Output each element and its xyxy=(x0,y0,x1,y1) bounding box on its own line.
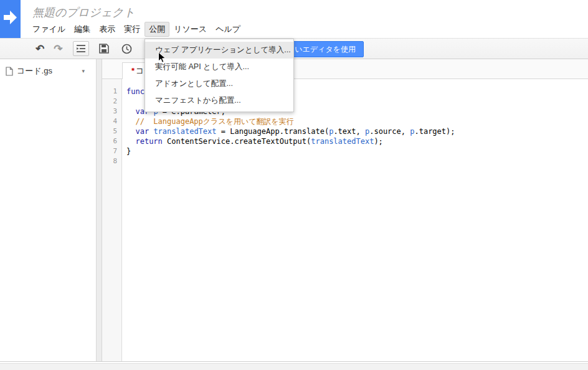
save-button[interactable] xyxy=(99,44,109,54)
toolbar: ↶ ↷ 新しいエディタを使用 xyxy=(0,38,588,59)
code-line: // LanguageAppクラスを用いて翻訳を実行 xyxy=(126,116,588,126)
code-line: } xyxy=(126,146,588,156)
project-title[interactable]: 無題のプロジェクト xyxy=(32,5,135,20)
menu-item-deploy-addon[interactable]: アドオンとして配置... xyxy=(145,75,293,92)
line-number: 5 xyxy=(102,126,121,136)
file-list-item[interactable]: コード.gs ▾ xyxy=(0,62,96,80)
line-number: 6 xyxy=(102,136,121,146)
line-number: 1 xyxy=(102,87,121,97)
menu-file[interactable]: ファイル xyxy=(28,22,70,37)
menu-publish[interactable]: 公開 xyxy=(145,22,169,37)
chevron-down-icon[interactable]: ▾ xyxy=(82,68,85,74)
undo-icon[interactable]: ↶ xyxy=(36,44,44,54)
clock-icon xyxy=(121,44,132,54)
sidebar-resizer[interactable] xyxy=(97,59,102,361)
triggers-clock-button[interactable] xyxy=(121,44,132,54)
menu-edit[interactable]: 編集 xyxy=(70,22,95,37)
code-line: var translatedText = LanguageApp.transla… xyxy=(126,126,588,136)
code-line xyxy=(126,156,588,166)
line-number: 7 xyxy=(102,146,121,156)
line-number: 2 xyxy=(102,97,121,107)
menu-item-deploy-executable-api[interactable]: 実行可能 API として導入... xyxy=(145,59,293,75)
menu-resources[interactable]: リソース xyxy=(169,22,211,37)
redo-icon[interactable]: ↷ xyxy=(54,44,62,54)
menubar: ファイル 編集 表示 実行 公開 リソース ヘルプ xyxy=(28,22,245,36)
apps-script-editor-window: 無題のプロジェクト ファイル 編集 表示 実行 公開 リソース ヘルプ ↶ ↷ xyxy=(0,0,588,370)
menu-help[interactable]: ヘルプ xyxy=(211,22,245,37)
menu-run[interactable]: 実行 xyxy=(120,22,145,37)
line-number: 8 xyxy=(102,156,121,166)
file-document-icon xyxy=(6,67,13,76)
code-line: return ContentService.createTextOutput(t… xyxy=(126,136,588,146)
menu-view[interactable]: 表示 xyxy=(95,22,120,37)
unsaved-changes-marker: * xyxy=(131,66,135,75)
line-number: 3 xyxy=(102,107,121,116)
apps-script-logo xyxy=(0,0,21,38)
floppy-save-icon xyxy=(99,44,109,54)
menu-item-deploy-from-manifest[interactable]: マニフェストから配置... xyxy=(145,92,293,109)
status-bar xyxy=(0,363,588,370)
line-number-gutter: 12345678 xyxy=(102,79,122,361)
menu-item-deploy-web-app[interactable]: ウェブ アプリケーションとして導入... xyxy=(145,42,293,59)
file-name: コード.gs xyxy=(17,65,52,77)
indent-format-button[interactable] xyxy=(73,41,89,56)
code-lines[interactable]: function doGet(e) { var p = e.parameter;… xyxy=(123,79,588,361)
arrow-icon xyxy=(0,0,21,38)
editor-bottom-divider xyxy=(0,361,588,362)
indent-lines-icon xyxy=(77,45,85,52)
line-number: 4 xyxy=(102,116,121,126)
file-list-sidebar: コード.gs ▾ xyxy=(0,59,97,361)
publish-dropdown-menu: ウェブ アプリケーションとして導入... 実行可能 API として導入... ア… xyxy=(145,39,294,112)
